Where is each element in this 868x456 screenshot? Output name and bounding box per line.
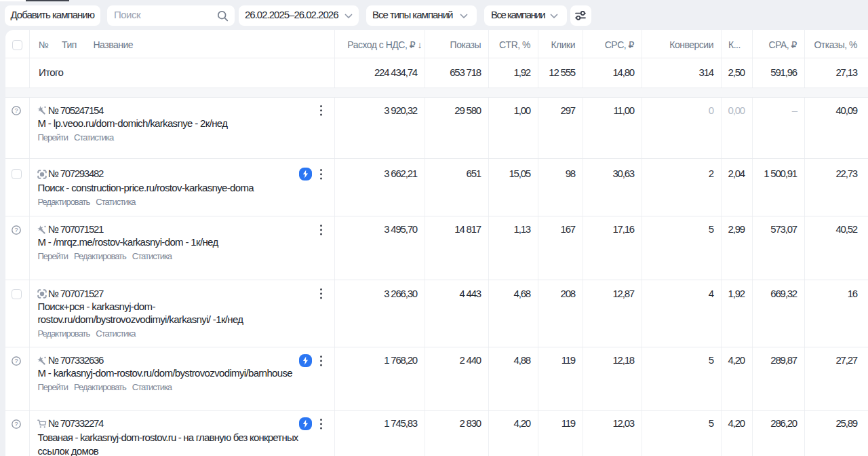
- svg-text:?: ?: [14, 107, 18, 114]
- svg-text:?: ?: [14, 227, 18, 233]
- svg-text:?: ?: [14, 358, 18, 364]
- svg-text:?: ?: [14, 421, 18, 428]
